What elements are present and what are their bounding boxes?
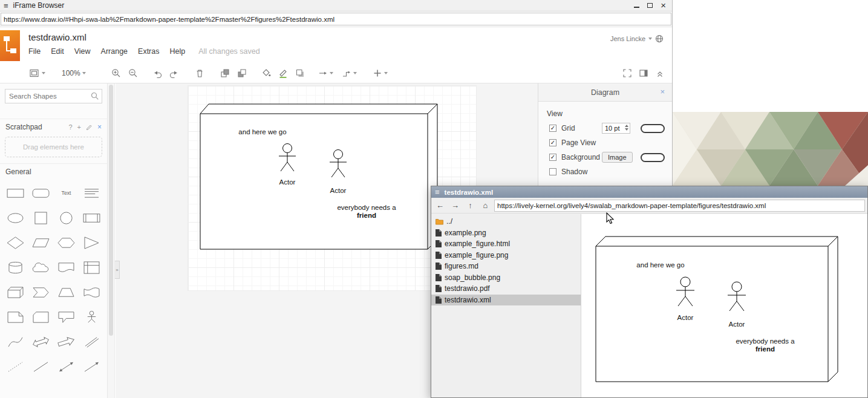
user-menu[interactable]: Jens Lincke (610, 34, 664, 43)
general-section-header[interactable]: General (0, 163, 107, 180)
zoom-out-button[interactable] (128, 68, 138, 78)
shape-internal-storage[interactable] (79, 255, 104, 280)
actor-label[interactable]: Actor (330, 187, 347, 194)
shadow-button[interactable] (295, 68, 305, 78)
scrollbar-thumb[interactable] (109, 85, 113, 336)
grid-size-input[interactable]: 10 pt (602, 123, 630, 134)
shape-circle[interactable] (54, 206, 79, 230)
search-icon[interactable] (91, 92, 99, 100)
url-input[interactable] (1, 13, 671, 25)
shape-diamond[interactable] (3, 230, 28, 255)
redo-button[interactable] (169, 68, 179, 78)
scratchpad-add-icon[interactable]: + (77, 123, 81, 131)
shape-line[interactable] (28, 354, 54, 379)
insert-button[interactable] (373, 68, 388, 78)
shape-cube[interactable] (3, 280, 28, 305)
grid-color-swatch[interactable] (641, 124, 665, 133)
to-back-button[interactable] (237, 68, 247, 78)
shape-bidirectional-arrow[interactable] (28, 330, 54, 354)
file-row[interactable]: soap_bubble.png (431, 272, 581, 284)
shape-callout[interactable] (54, 305, 79, 330)
page-view-menu-button[interactable] (29, 68, 45, 78)
waypoints-button[interactable] (342, 68, 357, 78)
file-row-parent-dir[interactable]: ../ (431, 216, 581, 227)
file-browser-url-input[interactable] (494, 200, 865, 212)
tab-diagram[interactable]: Diagram (591, 88, 619, 97)
grid-size-spinner[interactable] (625, 125, 628, 131)
page-view-checkbox[interactable]: ✓ (549, 139, 556, 146)
format-panel-close-icon[interactable]: × (660, 88, 665, 96)
shape-cylinder[interactable] (3, 255, 28, 280)
shape-note[interactable] (3, 305, 28, 330)
window-menu-icon[interactable]: ≡ (4, 2, 8, 10)
shape-parallelogram[interactable] (28, 230, 54, 255)
shape-tape[interactable] (79, 280, 104, 305)
scratchpad-close-icon[interactable]: × (97, 123, 102, 131)
minimize-button[interactable] (634, 7, 639, 8)
shape-textbox[interactable] (79, 181, 104, 206)
shadow-checkbox[interactable] (549, 168, 556, 175)
background-image-button[interactable]: Image (602, 152, 633, 163)
file-row[interactable]: testdrawio.pdf (431, 283, 581, 295)
shape-link[interactable] (79, 330, 104, 354)
file-row-selected[interactable]: testdrawio.xml (431, 295, 581, 306)
menu-file[interactable]: File (28, 47, 41, 56)
note-text-line2[interactable]: friend (357, 212, 376, 219)
back-button[interactable]: ← (433, 200, 447, 212)
file-row[interactable]: example.png (431, 227, 581, 239)
shape-arrow[interactable] (54, 330, 79, 354)
scratchpad-drop-area[interactable]: Drag elements here (5, 137, 102, 157)
shape-square[interactable] (28, 206, 54, 230)
shape-actor[interactable] (79, 305, 104, 330)
cube-shape[interactable] (200, 104, 437, 249)
delete-button[interactable] (195, 68, 204, 78)
file-row[interactable]: example_figure.png (431, 250, 581, 261)
shape-trapezoid[interactable] (54, 280, 79, 305)
scratchpad-help-icon[interactable]: ? (68, 123, 72, 131)
shape-step[interactable] (28, 280, 54, 305)
shape-cloud[interactable] (28, 255, 54, 280)
zoom-menu-button[interactable]: 100% (62, 69, 86, 77)
shape-triangle[interactable] (79, 230, 104, 255)
home-button[interactable]: ⌂ (478, 200, 492, 212)
shape-card[interactable] (28, 305, 54, 330)
window-menu-icon[interactable]: ≡ (435, 188, 440, 196)
collapse-toolbar-button[interactable] (655, 68, 665, 78)
menu-arrange[interactable]: Arrange (101, 47, 128, 56)
menu-edit[interactable]: Edit (51, 47, 64, 56)
box-label[interactable]: and here we go (238, 128, 286, 135)
to-front-button[interactable] (220, 68, 230, 78)
shape-directional-connector[interactable] (79, 354, 104, 379)
file-browser-titlebar[interactable]: ≡ testdrawio.xml (431, 186, 867, 198)
background-checkbox[interactable]: ✓ (549, 154, 556, 161)
note-text-line1[interactable]: everybody needs a (337, 204, 396, 211)
shape-hexagon[interactable] (54, 230, 79, 255)
menu-view[interactable]: View (74, 47, 91, 56)
grid-checkbox[interactable]: ✓ (549, 125, 556, 132)
up-button[interactable]: ↑ (463, 200, 477, 212)
toggle-format-panel-button[interactable] (639, 68, 648, 78)
menu-help[interactable]: Help (170, 47, 186, 56)
close-button[interactable]: × (661, 2, 666, 9)
fill-color-button[interactable] (261, 68, 271, 78)
line-color-button[interactable] (278, 68, 288, 78)
zoom-in-button[interactable] (111, 68, 121, 78)
sidebar-collapse-handle[interactable]: » (115, 261, 120, 279)
file-row[interactable]: example_figure.html (431, 238, 581, 250)
shape-rounded-rectangle[interactable] (28, 181, 54, 206)
shape-document[interactable] (54, 255, 79, 280)
search-shapes-input[interactable] (5, 89, 102, 103)
file-row[interactable]: figures.md (431, 261, 581, 272)
shape-curve[interactable] (3, 330, 28, 354)
connection-style-button[interactable] (318, 68, 333, 78)
iframe-browser-titlebar[interactable]: ≡ iFrame Browser × (0, 0, 672, 11)
shape-process[interactable] (79, 206, 104, 230)
shape-bidirectional-connector[interactable] (54, 354, 79, 379)
shape-dashed-line[interactable] (3, 354, 28, 379)
shape-text[interactable]: Text (54, 181, 79, 206)
maximize-button[interactable] (647, 3, 653, 8)
sidebar-scrollbar[interactable] (108, 83, 115, 398)
menu-extras[interactable]: Extras (138, 47, 159, 56)
language-globe-icon[interactable] (655, 34, 664, 43)
undo-button[interactable] (152, 68, 162, 78)
